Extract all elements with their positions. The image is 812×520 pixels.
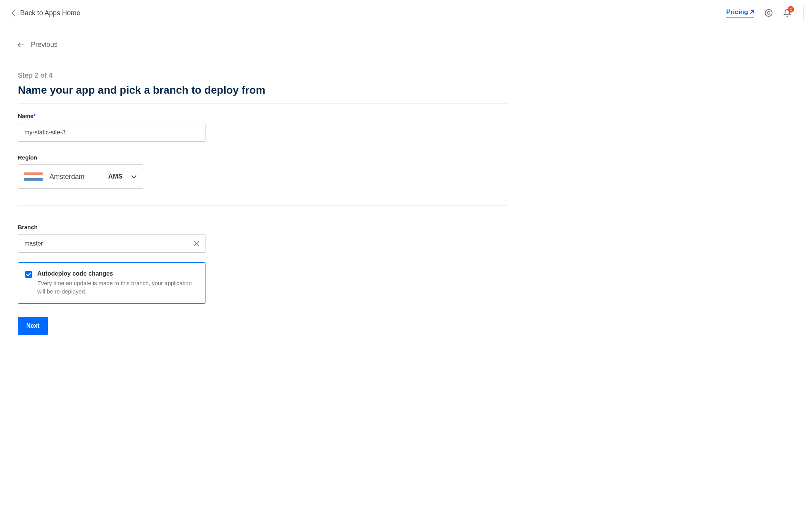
branch-select[interactable]: master	[18, 234, 205, 253]
lifebuoy-icon	[764, 9, 773, 17]
notifications-button[interactable]: 1	[783, 9, 791, 17]
page-title: Name your app and pick a branch to deplo…	[18, 84, 507, 96]
netherlands-flag-icon	[24, 172, 43, 181]
region-select[interactable]: Amsterdam AMS	[18, 164, 143, 189]
name-label: Name*	[18, 113, 507, 119]
back-to-apps-link[interactable]: Back to Apps Home	[11, 9, 80, 17]
section-divider	[18, 205, 507, 206]
svg-point-2	[767, 11, 770, 14]
branch-label: Branch	[18, 224, 507, 230]
name-label-text: Name	[18, 113, 33, 119]
autodeploy-description: Every time an update is made to this bra…	[37, 279, 198, 296]
step-indicator: Step 2 of 4	[18, 72, 507, 80]
previous-button[interactable]: Previous	[18, 38, 507, 52]
back-link-label: Back to Apps Home	[20, 9, 80, 17]
arrow-left-icon	[18, 42, 25, 48]
name-input[interactable]	[18, 123, 205, 142]
header-divider	[803, 5, 804, 21]
autodeploy-option[interactable]: Autodeploy code changes Every time an up…	[18, 262, 205, 304]
branch-value: master	[24, 240, 194, 247]
autodeploy-checkbox[interactable]	[25, 271, 32, 278]
title-divider	[18, 103, 507, 104]
autodeploy-content: Autodeploy code changes Every time an up…	[37, 270, 198, 296]
region-code: AMS	[108, 173, 123, 180]
autodeploy-title: Autodeploy code changes	[37, 270, 198, 277]
help-button[interactable]	[764, 9, 773, 17]
chevron-left-icon	[11, 10, 16, 16]
branch-field-group: Branch master	[18, 224, 507, 253]
region-name: Amsterdam	[49, 173, 101, 181]
next-button[interactable]: Next	[18, 317, 48, 335]
pricing-link[interactable]: Pricing	[726, 8, 754, 18]
svg-point-1	[765, 10, 772, 16]
chevron-down-icon	[131, 175, 137, 178]
region-label: Region	[18, 154, 507, 161]
close-icon[interactable]	[194, 241, 199, 246]
check-icon	[26, 273, 31, 276]
header-actions: Pricing 1	[726, 5, 804, 21]
external-link-icon	[750, 10, 754, 14]
region-field-group: Region Amsterdam AMS	[18, 154, 507, 189]
pricing-link-label: Pricing	[726, 8, 748, 16]
main-content: Previous Step 2 of 4 Name your app and p…	[0, 26, 525, 346]
required-indicator: *	[33, 113, 36, 119]
top-header: Back to Apps Home Pricing 1	[0, 0, 812, 26]
notification-badge: 1	[788, 6, 794, 13]
name-field-group: Name*	[18, 113, 507, 142]
svg-line-0	[750, 11, 753, 14]
previous-label: Previous	[31, 41, 57, 49]
